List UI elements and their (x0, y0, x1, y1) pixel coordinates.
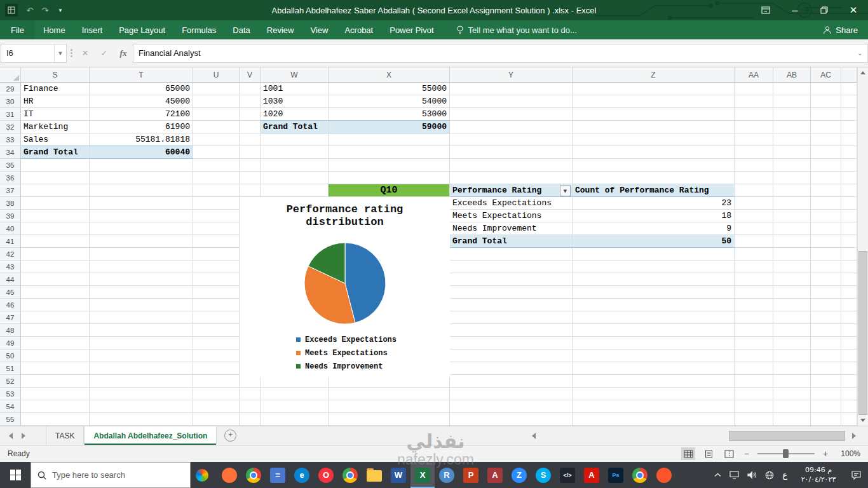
cell-Y38[interactable]: Exceeds Expectations (450, 197, 573, 210)
column-header-T[interactable]: T (90, 67, 193, 83)
taskbar-icon-calculator[interactable]: = (266, 462, 290, 488)
cell-Y51[interactable] (450, 362, 573, 375)
cell-AA33[interactable] (735, 133, 773, 146)
cell-AB51[interactable] (773, 362, 811, 375)
cell-Y48[interactable] (450, 324, 573, 337)
cell-Y31[interactable] (450, 108, 573, 121)
cell-Z55[interactable] (573, 413, 735, 426)
cell-AA47[interactable] (735, 311, 773, 324)
cell-Z38[interactable]: 23 (573, 197, 735, 210)
cell-T31[interactable]: 72100 (90, 108, 193, 121)
sheet-nav-left-icon[interactable] (9, 433, 13, 439)
cell-Z49[interactable] (573, 337, 735, 349)
name-box-dropdown-icon[interactable]: ▼ (54, 44, 66, 62)
cell-AA41[interactable] (735, 235, 773, 248)
taskbar-icon-rstudio[interactable]: R (435, 462, 459, 488)
hscroll-left-icon[interactable] (532, 433, 536, 439)
cell-X37[interactable]: Q10 (329, 184, 450, 197)
cell-AC40[interactable] (811, 222, 841, 235)
taskbar-icon-code-editor[interactable]: </> (555, 462, 580, 488)
cell-T41[interactable] (90, 235, 193, 248)
cell-U46[interactable] (193, 299, 240, 311)
cell-V36[interactable] (240, 172, 261, 184)
cell-V30[interactable] (240, 95, 261, 108)
cell-AB55[interactable] (773, 413, 811, 426)
formula-bar-splitter[interactable] (67, 49, 76, 57)
undo-icon[interactable]: ↶ (23, 3, 37, 17)
cell-AC30[interactable] (811, 95, 841, 108)
name-box[interactable]: I6 ▼ (1, 44, 67, 63)
taskbar-icon-access[interactable]: A (483, 462, 507, 488)
cell-U36[interactable] (193, 172, 240, 184)
cell-Z48[interactable] (573, 324, 735, 337)
cell-AC52[interactable] (811, 375, 841, 388)
cell-S42[interactable] (21, 248, 90, 261)
vertical-scrollbar[interactable] (857, 67, 868, 426)
cell-T45[interactable] (90, 286, 193, 299)
cell-Z34[interactable] (573, 146, 735, 159)
cell-AC53[interactable] (811, 388, 841, 400)
row-header-32[interactable]: 32 (0, 121, 21, 133)
cell-AA44[interactable] (735, 273, 773, 286)
cell-Y36[interactable] (450, 172, 573, 184)
cell-AD47[interactable] (841, 311, 857, 324)
cell-AA54[interactable] (735, 400, 773, 413)
cell-AC36[interactable] (811, 172, 841, 184)
column-header-stub[interactable] (841, 67, 857, 83)
cell-AD41[interactable] (841, 235, 857, 248)
cell-U48[interactable] (193, 324, 240, 337)
cell-W54[interactable] (261, 400, 329, 413)
cell-Z52[interactable] (573, 375, 735, 388)
cell-Y40[interactable]: Needs Improvement (450, 222, 573, 235)
cell-V34[interactable] (240, 146, 261, 159)
row-header-50[interactable]: 50 (0, 349, 21, 362)
cell-AC33[interactable] (811, 133, 841, 146)
cell-AD37[interactable] (841, 184, 857, 197)
cell-Y32[interactable] (450, 121, 573, 133)
cell-AC47[interactable] (811, 311, 841, 324)
tray-chevron-up-icon[interactable] (714, 473, 721, 477)
formula-input[interactable]: Financial Analyst (133, 44, 853, 63)
scroll-down-icon[interactable] (858, 415, 868, 426)
taskbar-icon-word[interactable]: W (386, 462, 410, 488)
cell-AC31[interactable] (811, 108, 841, 121)
zoom-out-button[interactable]: − (742, 449, 751, 459)
cell-U55[interactable] (193, 413, 240, 426)
cell-T48[interactable] (90, 324, 193, 337)
cell-AC41[interactable] (811, 235, 841, 248)
cell-W36[interactable] (261, 172, 329, 184)
cell-T36[interactable] (90, 172, 193, 184)
ribbon-tab-file[interactable]: File (0, 20, 35, 39)
cell-AD44[interactable] (841, 273, 857, 286)
cell-AD38[interactable] (841, 197, 857, 210)
zoom-slider-thumb[interactable] (783, 449, 789, 458)
cell-AA53[interactable] (735, 388, 773, 400)
taskbar-icon-acrobat[interactable]: A (580, 462, 604, 488)
cell-AD55[interactable] (841, 413, 857, 426)
close-button[interactable]: ✕ (839, 0, 868, 20)
cell-AA39[interactable] (735, 210, 773, 222)
cell-X54[interactable] (329, 400, 450, 413)
row-header-45[interactable]: 45 (0, 286, 21, 299)
cell-S53[interactable] (21, 388, 90, 400)
cell-Z33[interactable] (573, 133, 735, 146)
cell-AB29[interactable] (773, 83, 811, 95)
ribbon-tab-view[interactable]: View (302, 20, 336, 39)
cell-AB50[interactable] (773, 349, 811, 362)
cell-AD35[interactable] (841, 159, 857, 172)
cell-AB30[interactable] (773, 95, 811, 108)
cell-U51[interactable] (193, 362, 240, 375)
column-header-W[interactable]: W (261, 67, 329, 83)
taskbar-icon-firefox[interactable] (217, 462, 241, 488)
cell-S52[interactable] (21, 375, 90, 388)
row-header-46[interactable]: 46 (0, 299, 21, 311)
cell-Z31[interactable] (573, 108, 735, 121)
cell-T52[interactable] (90, 375, 193, 388)
cell-Z45[interactable] (573, 286, 735, 299)
ribbon-tab-insert[interactable]: Insert (74, 20, 111, 39)
cell-AD52[interactable] (841, 375, 857, 388)
row-header-53[interactable]: 53 (0, 388, 21, 400)
cell-Z51[interactable] (573, 362, 735, 375)
row-header-47[interactable]: 47 (0, 311, 21, 324)
cell-U29[interactable] (193, 83, 240, 95)
